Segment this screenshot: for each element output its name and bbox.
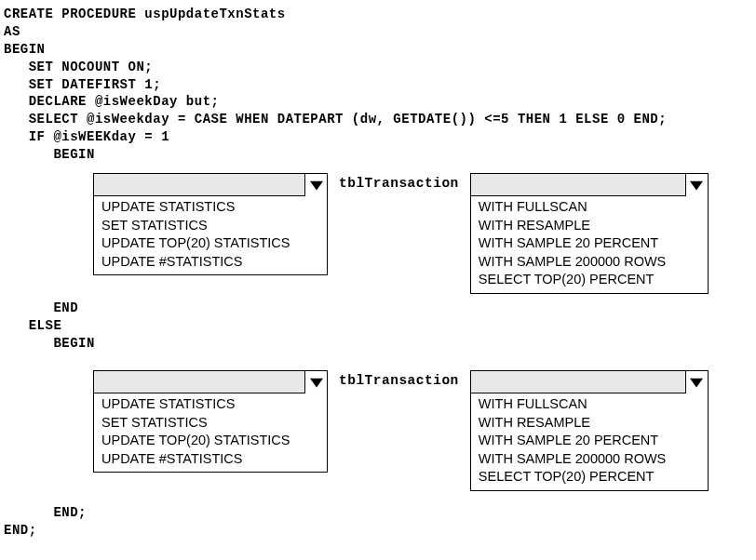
dropdown-option[interactable]: WITH SAMPLE 200000 ROWS [479,253,700,272]
chevron-down-icon [685,371,708,393]
statistics-command-dropdown-1[interactable]: UPDATE STATISTICS SET STATISTICS UPDATE … [93,173,328,275]
dropdown-option[interactable]: WITH RESAMPLE [479,217,700,235]
dropdown-header[interactable] [94,371,327,393]
dropdown-option[interactable]: WITH SAMPLE 200000 ROWS [479,450,700,469]
dropdown-header[interactable] [94,174,327,196]
code-line: END; [4,522,87,540]
dropdown-header[interactable] [471,174,708,196]
table-name-label: tblTransaction [339,370,459,388]
svg-marker-0 [310,180,323,190]
dropdown-options: WITH FULLSCAN WITH RESAMPLE WITH SAMPLE … [471,393,708,490]
sample-option-dropdown-2[interactable]: WITH FULLSCAN WITH RESAMPLE WITH SAMPLE … [470,370,709,491]
code-line: ELSE [4,317,95,335]
dropdown-option[interactable]: WITH RESAMPLE [479,414,700,433]
dropdown-option[interactable]: WITH FULLSCAN [479,198,700,217]
dropdown-option[interactable]: UPDATE #STATISTICS [101,253,319,272]
svg-marker-2 [310,378,323,387]
table-name-label: tblTransaction [339,173,459,191]
dropdown-option[interactable]: WITH FULLSCAN [479,395,700,414]
code-line: AS [4,23,756,41]
code-line: DECLARE @isWeekDay but; [4,93,756,111]
dropdown-option[interactable]: UPDATE TOP(20) STATISTICS [101,432,319,450]
code-line: END [4,300,95,317]
code-line: END; [4,504,87,522]
code-line: CREATE PROCEDURE uspUpdateTxnStats [4,6,756,23]
code-line: SET NOCOUNT ON; [4,59,756,76]
code-line: SELECT @isWeekday = CASE WHEN DATEPART (… [4,111,756,128]
dropdown-option[interactable]: UPDATE TOP(20) STATISTICS [101,234,319,253]
code-line: SET DATEFIRST 1; [4,76,756,94]
dropdown-option[interactable]: SET STATISTICS [101,217,319,235]
sample-option-dropdown-1[interactable]: WITH FULLSCAN WITH RESAMPLE WITH SAMPLE … [470,173,709,294]
code-line: IF @isWEEKday = 1 [4,128,756,146]
dropdown-options: WITH FULLSCAN WITH RESAMPLE WITH SAMPLE … [471,196,708,293]
dropdown-option[interactable]: UPDATE STATISTICS [101,395,319,414]
dropdown-option[interactable]: WITH SAMPLE 20 PERCENT [479,234,700,253]
code-line: BEGIN [4,335,95,353]
dropdown-option[interactable]: UPDATE #STATISTICS [101,450,319,469]
dropdown-option[interactable]: SET STATISTICS [101,414,319,433]
code-line: BEGIN [4,41,756,59]
svg-marker-1 [690,180,703,190]
dropdown-option[interactable]: WITH SAMPLE 20 PERCENT [479,432,700,450]
dropdown-option[interactable]: SELECT TOP(20) PERCENT [479,468,700,487]
dropdown-option[interactable]: UPDATE STATISTICS [101,198,319,217]
chevron-down-icon [304,371,327,393]
statistics-command-dropdown-2[interactable]: UPDATE STATISTICS SET STATISTICS UPDATE … [93,370,328,473]
dropdown-header[interactable] [471,371,708,393]
dropdown-row-1: UPDATE STATISTICS SET STATISTICS UPDATE … [93,173,709,294]
dropdown-row-2: UPDATE STATISTICS SET STATISTICS UPDATE … [93,370,709,491]
dropdown-option[interactable]: SELECT TOP(20) PERCENT [479,271,700,289]
dropdown-options: UPDATE STATISTICS SET STATISTICS UPDATE … [94,196,327,274]
dropdown-options: UPDATE STATISTICS SET STATISTICS UPDATE … [94,393,327,472]
code-line: BEGIN [4,146,756,164]
chevron-down-icon [304,174,327,196]
svg-marker-3 [690,378,703,387]
chevron-down-icon [685,174,708,196]
